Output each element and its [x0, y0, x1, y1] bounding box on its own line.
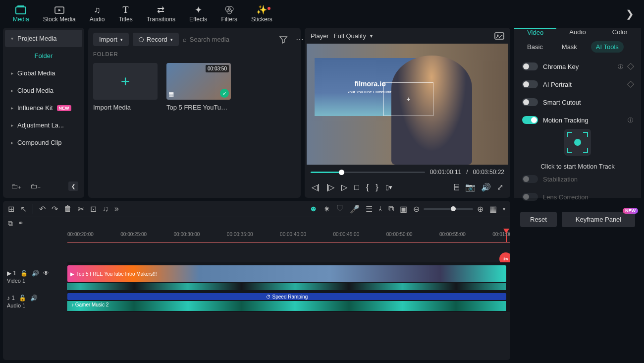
total-time: 00:03:50:22 [473, 169, 504, 176]
more-tools-icon[interactable]: » [114, 204, 119, 213]
toggle-ai-portrait[interactable] [522, 80, 538, 88]
volume-icon[interactable]: 🔊 [481, 182, 491, 192]
mic-icon[interactable]: 🎤 [350, 204, 360, 214]
link-icon[interactable]: ⧉ [388, 204, 394, 213]
import-button[interactable]: Import▾ [93, 33, 129, 46]
grid-icon[interactable]: ▦ [489, 204, 497, 214]
motion-track-start[interactable] [564, 129, 591, 156]
sidebar-cloud-media[interactable]: ▸Cloud Media [5, 82, 82, 99]
delete-icon[interactable]: 🗑 [64, 204, 72, 213]
mute-icon[interactable]: 🔊 [30, 295, 38, 302]
music-icon[interactable]: ♫ [103, 204, 108, 213]
sidebar-folder[interactable]: Folder [5, 47, 82, 64]
search-input[interactable] [190, 36, 273, 43]
more-icon[interactable]: ⋯ [294, 33, 306, 46]
reset-button[interactable]: Reset [520, 212, 557, 227]
tab-color[interactable]: Color [599, 28, 641, 36]
video-clip[interactable]: ▶ Top 5 FREE YouTube Intro Makers!!! [67, 265, 506, 282]
video-preview[interactable]: filmora.io Your YouTube Community + [307, 44, 508, 165]
speed-icon: ⏱ [266, 294, 271, 300]
video-track[interactable]: ▶ Top 5 FREE YouTube Intro Makers!!! [67, 262, 510, 291]
sidebar-project-media[interactable]: ▾ Project Media [5, 30, 82, 47]
player-panel: Player Full Quality▾ filmora.io Your You… [305, 28, 510, 198]
video-track-icon[interactable]: ▶ 1 [7, 270, 16, 277]
nav-more[interactable]: ❯ [622, 8, 638, 20]
nav-audio[interactable]: ♫ Audio [83, 3, 112, 25]
sidebar-compound-clip[interactable]: ▸Compound Clip [5, 134, 82, 151]
cut-icon[interactable]: ✂ [78, 204, 84, 214]
nav-stock-media[interactable]: Stock Media [36, 3, 83, 25]
ai-icon[interactable]: ☻ [309, 204, 318, 213]
subtab-ai-tools[interactable]: AI Tools [591, 41, 624, 53]
toggle-smart-cutout[interactable] [522, 98, 538, 106]
filter-icon[interactable] [277, 34, 290, 46]
audio-track[interactable]: ⏱ Speed Ramping ♪ Gamer Music 2 [67, 291, 510, 312]
tab-video[interactable]: Video [514, 28, 556, 36]
apps-icon[interactable]: ⊞ [8, 204, 14, 214]
delete-folder-icon[interactable]: 🗀₋ [28, 180, 43, 192]
keyframe-icon[interactable] [627, 81, 634, 88]
timeline-ruler[interactable]: 00:00:20:0000:00:25:0000:00:30:0000:00:3… [67, 230, 510, 242]
copy-track-icon[interactable]: ⧉ [8, 219, 13, 228]
lock-icon[interactable]: 🔓 [20, 270, 28, 277]
zoom-slider[interactable] [424, 208, 473, 210]
mute-icon[interactable]: 🔊 [32, 270, 39, 277]
nav-effects[interactable]: ✦ Effects [182, 3, 214, 25]
magnet-icon[interactable]: ⫰ [378, 204, 382, 213]
scrub-bar[interactable] [311, 172, 425, 173]
record-button[interactable]: Record▾ [133, 33, 179, 46]
camera-icon[interactable]: 📷 [465, 182, 475, 192]
motion-track-rect[interactable]: + [383, 82, 434, 116]
shield-icon[interactable]: ⛉ [336, 204, 344, 213]
toggle-motion-tracking[interactable] [522, 116, 538, 124]
keyframe-panel-button[interactable]: Keyframe PanelNEW [562, 212, 635, 227]
nav-stickers[interactable]: ✨ Stickers [244, 3, 279, 25]
nav-media[interactable]: Media [6, 3, 36, 25]
keyframe-icon[interactable] [627, 63, 634, 70]
nav-label: Stock Media [43, 16, 76, 23]
sidebar-global-media[interactable]: ▸Global Media [5, 64, 82, 82]
quality-select[interactable]: Full Quality▾ [334, 32, 373, 40]
undo-icon[interactable]: ↶ [39, 204, 46, 214]
audio-track-icon[interactable]: ♪ 1 [7, 295, 15, 302]
import-media-tile[interactable]: + Import Media [93, 63, 158, 111]
cursor-icon[interactable]: ↖ [20, 204, 27, 214]
chevron-down-icon[interactable]: ▾ [503, 206, 505, 212]
eye-icon[interactable]: 👁 [43, 270, 49, 277]
nav-filters[interactable]: Filters [214, 3, 244, 25]
marker-dropdown[interactable]: ▯▾ [385, 183, 392, 191]
link-track-icon[interactable]: ⚭ [18, 219, 24, 228]
info-icon[interactable]: ⓘ [618, 63, 623, 70]
snapshot-icon[interactable] [494, 32, 504, 40]
zoom-out-icon[interactable]: ⊖ [413, 204, 420, 214]
color-icon[interactable]: ✷ [323, 204, 330, 214]
info-icon[interactable]: ⓘ [628, 117, 633, 124]
subtab-mask[interactable]: Mask [557, 41, 582, 53]
tab-audio[interactable]: Audio [556, 28, 598, 36]
redo-icon[interactable]: ↷ [52, 204, 58, 214]
next-frame-icon[interactable]: |▷ [326, 182, 334, 192]
speed-ramp-clip[interactable]: ⏱ Speed Ramping [67, 293, 506, 300]
nav-transitions[interactable]: ⇄ Transitions [140, 3, 182, 25]
fullscreen-icon[interactable]: ⤢ [497, 182, 503, 192]
sidebar-adjustment-layer[interactable]: ▸Adjustment La... [5, 117, 82, 134]
list-icon[interactable]: ☰ [366, 204, 373, 214]
plus-icon: + [121, 72, 130, 91]
toggle-chroma-key[interactable] [522, 62, 538, 70]
sidebar-collapse[interactable]: ❮ [68, 182, 78, 191]
subtab-basic[interactable]: Basic [522, 41, 548, 53]
mark-in-icon[interactable]: { [366, 183, 369, 192]
mark-out-icon[interactable]: } [376, 183, 378, 192]
lock-icon[interactable]: 🔓 [19, 295, 26, 302]
display-icon[interactable]: ⌸ [454, 182, 459, 192]
prev-frame-icon[interactable]: ◁| [312, 182, 320, 192]
zoom-in-icon[interactable]: ⊕ [477, 204, 483, 214]
marker-icon[interactable]: ▣ [400, 204, 407, 214]
play-icon[interactable]: ▷ [341, 182, 347, 192]
sidebar-influence-kit[interactable]: ▸Influence KitNEW [5, 99, 82, 117]
nav-titles[interactable]: T Titles [111, 3, 139, 25]
media-clip[interactable]: 00:03:50 ▦ ✓ Top 5 FREE YouTube I... [166, 63, 231, 111]
crop-icon[interactable]: ⊡ [90, 204, 97, 214]
stop-icon[interactable]: □ [354, 183, 359, 192]
new-folder-icon[interactable]: 🗀₊ [9, 180, 23, 192]
